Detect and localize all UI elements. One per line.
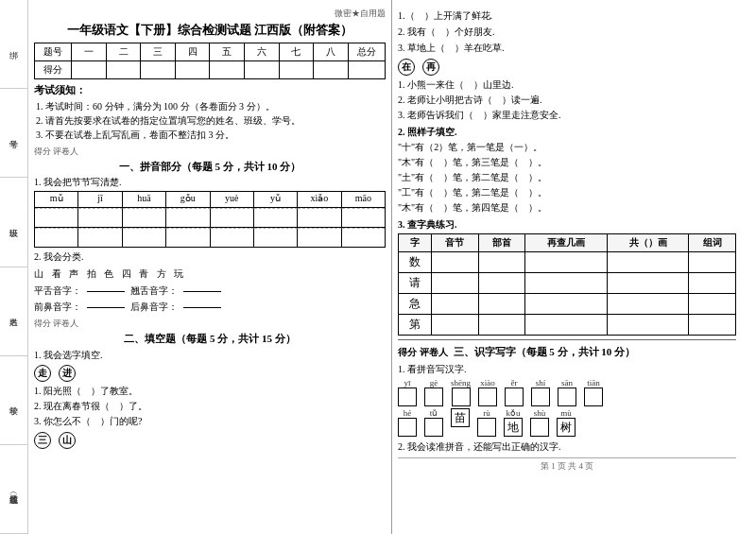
- st-radical-0[interactable]: [478, 252, 525, 273]
- st-py-0[interactable]: [431, 252, 478, 273]
- score-val-5[interactable]: [210, 61, 245, 79]
- st-total-1[interactable]: [607, 273, 688, 294]
- st-word-0[interactable]: [689, 252, 736, 273]
- hg-3: xiào: [478, 378, 497, 406]
- rising-label: 翘舌音字：: [130, 284, 178, 299]
- py-label-2: shēng: [451, 378, 471, 388]
- wc2-6[interactable]: [298, 228, 341, 247]
- st-extra-0[interactable]: [525, 252, 607, 273]
- st-extra-2[interactable]: [525, 294, 607, 315]
- hz-box-2[interactable]: [452, 388, 471, 406]
- wc2-4[interactable]: [211, 228, 254, 247]
- circle-char-1: 进: [59, 365, 76, 382]
- hz-box-7[interactable]: [584, 388, 603, 406]
- hz2-box-7[interactable]: [530, 418, 549, 437]
- py-4: yuè: [211, 192, 254, 207]
- st-extra-1[interactable]: [525, 273, 607, 294]
- wc-1[interactable]: [78, 208, 122, 227]
- score-val-1[interactable]: [72, 61, 107, 79]
- py-boxes-row2: hé tǔ 苗 rù k: [398, 408, 736, 437]
- flat-blank[interactable]: [87, 291, 125, 292]
- hz-box-6[interactable]: [558, 388, 576, 406]
- hz2-box-0[interactable]: [398, 418, 417, 437]
- st-py-1[interactable]: [431, 273, 478, 294]
- notice-section: 考试须知： 1. 考试时间：60 分钟，满分为 100 分（各卷面分 3 分）。…: [34, 83, 386, 142]
- score-header-4: 四: [175, 43, 210, 61]
- back-blank[interactable]: [183, 307, 221, 308]
- fill-blank-section: 2. 照样子填空. "十"有（2）笔，第一笔是（一）。 "木"有（ ）笔，第三笔…: [398, 126, 736, 215]
- st-radical-1[interactable]: [478, 273, 525, 294]
- fill-item-4: "木"有（ ）笔，第四笔是（ ）。: [398, 200, 736, 215]
- section3-score-eval: 得分 评卷人: [398, 346, 448, 359]
- py-label-1: gè: [427, 378, 440, 388]
- hz2-box-4[interactable]: [477, 418, 496, 437]
- st-word-3[interactable]: [689, 315, 736, 336]
- hz2-box-3[interactable]: 苗: [451, 408, 470, 427]
- notice-3: 3. 不要在试卷上乱写乱画，卷面不整洁扣 3 分。: [36, 128, 386, 142]
- wc-6[interactable]: [298, 208, 341, 227]
- score-table: 题号 一 二 三 四 五 六 七 八 总分 得分: [34, 43, 386, 79]
- hz-box-5[interactable]: [531, 388, 550, 406]
- score-total[interactable]: [348, 61, 385, 79]
- wc-7[interactable]: [342, 208, 385, 227]
- wc-4[interactable]: [211, 208, 254, 227]
- hz2-box-5[interactable]: 地: [504, 418, 523, 437]
- hz-box-1[interactable]: [424, 388, 443, 406]
- r-item-1: 2. 我有（ ）个好朋友.: [398, 24, 736, 40]
- score-val-8[interactable]: [314, 61, 349, 79]
- score-val-6[interactable]: [245, 61, 280, 79]
- st-extra-3[interactable]: [525, 315, 607, 336]
- st-py-3[interactable]: [431, 315, 478, 336]
- label-score: 成绩（答题）: [0, 445, 27, 534]
- hz-box-3[interactable]: [478, 388, 497, 406]
- st-word-1[interactable]: [689, 273, 736, 294]
- st-total-3[interactable]: [607, 315, 688, 336]
- hz2-box-2[interactable]: [424, 418, 443, 437]
- score-header-0: 题号: [35, 43, 72, 61]
- pinyin-header-row: mǔ jī huā gǒu yuè yǔ xiǎo māo: [35, 192, 385, 208]
- hg2-3: 苗: [451, 408, 470, 437]
- st-char-0: 数: [399, 252, 432, 273]
- hg-6: sān: [558, 378, 576, 406]
- wc2-2[interactable]: [123, 228, 166, 247]
- st-total-2[interactable]: [607, 294, 688, 315]
- st-h4: 共（）画: [607, 234, 688, 252]
- pinyin-grid: mǔ jī huā gǒu yuè yǔ xiǎo māo: [34, 191, 386, 248]
- wc2-5[interactable]: [254, 228, 298, 247]
- wc2-0[interactable]: [35, 228, 78, 247]
- q2-section: 2. 我会分类. 山 看 声 拍 色 四 青 方 玩 平舌音字： 翘舌音字： 前…: [34, 250, 386, 315]
- st-word-2[interactable]: [689, 294, 736, 315]
- hg2-7: shù: [530, 408, 549, 437]
- py-label-3: xiào: [480, 378, 495, 388]
- circle-chars2-row: 三 山: [34, 432, 386, 449]
- wc-5[interactable]: [254, 208, 298, 227]
- rising-blank[interactable]: [183, 291, 221, 292]
- hz2-box-8[interactable]: 树: [557, 418, 576, 437]
- wc2-7[interactable]: [342, 228, 385, 247]
- r-items-top: 1.（ ）上开满了鲜花. 2. 我有（ ）个好朋友. 3. 草地上（ ）羊在吃草…: [398, 8, 736, 56]
- section2-title: 二、填空题（每题 5 分，共计 15 分）: [34, 332, 386, 346]
- front-blank[interactable]: [87, 307, 125, 308]
- st-radical-2[interactable]: [478, 294, 525, 315]
- fill-item-0: "十"有（2）笔，第一笔是（一）。: [398, 140, 736, 155]
- score-val-7[interactable]: [279, 61, 314, 79]
- py-label-7: tiān: [587, 378, 600, 388]
- score-val-2[interactable]: [106, 61, 141, 79]
- hz-box-0[interactable]: [398, 388, 417, 406]
- st-row-1: 请: [399, 273, 736, 294]
- write-row-1: [35, 208, 385, 228]
- hz-box-4[interactable]: [505, 388, 524, 406]
- st-radical-3[interactable]: [478, 315, 525, 336]
- st-char-1: 请: [399, 273, 432, 294]
- r-item-2: 3. 草地上（ ）羊在吃草.: [398, 40, 736, 56]
- wc2-1[interactable]: [78, 228, 122, 247]
- wc2-3[interactable]: [166, 228, 210, 247]
- st-total-0[interactable]: [607, 252, 688, 273]
- wc-3[interactable]: [166, 208, 210, 227]
- wc-0[interactable]: [35, 208, 78, 227]
- py-6: xiǎo: [298, 192, 341, 207]
- score-val-3[interactable]: [141, 61, 176, 79]
- wc-2[interactable]: [123, 208, 166, 227]
- score-val-4[interactable]: [175, 61, 210, 79]
- st-py-2[interactable]: [431, 294, 478, 315]
